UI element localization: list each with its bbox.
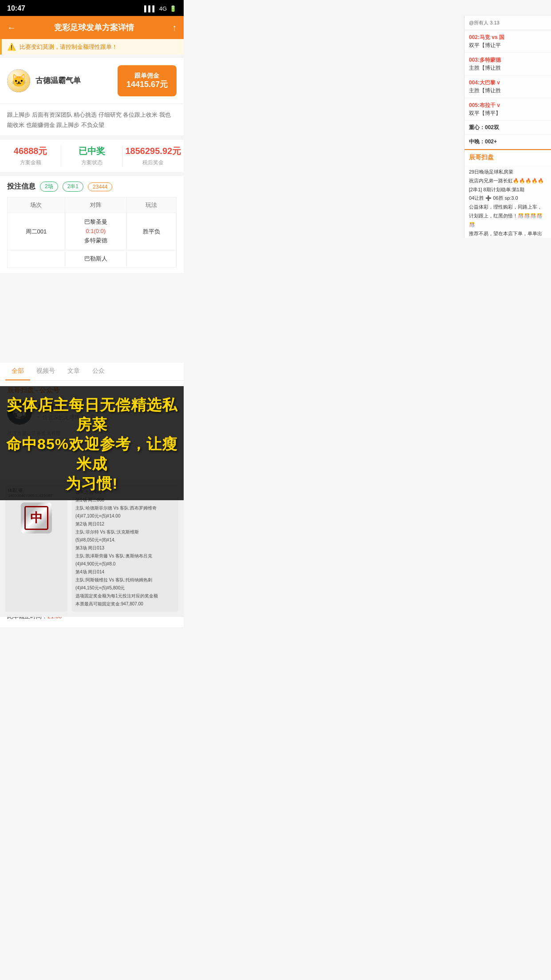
tab-article[interactable]: 文章 [61, 363, 86, 380]
ticket-char: 中 [30, 510, 43, 526]
play-cell: 胜平负 [126, 213, 176, 250]
chen-ge-tabs: 全部 视频号 文章 公众 [0, 363, 184, 381]
status-value: 已中奖 [61, 145, 122, 157]
team-a: 巴黎圣曼 [69, 217, 123, 227]
col-match: 对阵 [65, 198, 126, 213]
ticket-row-4: 第2场 周日012 [75, 520, 175, 528]
tag-amount: 23444 [88, 182, 112, 191]
bio-section: 跟上脚步 后面有资深团队 精心挑选 仔细研究 各位跟上收米 我也能收米 也能赚佣… [0, 104, 184, 136]
network-type: 4G [159, 5, 167, 12]
warning-icon: ⚠️ [7, 43, 16, 51]
status-bar: 10:47 ▌▌▌ 4G 🔋 [0, 0, 184, 16]
ticket-stamp: 中 [21, 502, 52, 533]
ticket-row-3: (4)#7,100元+(5)#14.00 [75, 512, 175, 520]
avatar-emoji: 🐱 [11, 73, 27, 88]
team-b: 多特蒙德 [69, 236, 123, 245]
invest-header: 投注信息 2场 2串1 23444 [7, 182, 177, 192]
profile-name: 古德温霸气单 [35, 75, 81, 86]
ticket-left: 体彩 省 14033040700531622087 中 [5, 485, 67, 612]
avatar: 🐱 [7, 69, 30, 92]
match-details: 巴黎圣曼 0:1(0:0) 多特蒙德 [69, 217, 123, 245]
prize-value: 1856295.92元 [123, 145, 184, 157]
ticket-row-10: 第4场 周日014 [75, 568, 175, 576]
invest-title: 投注信息 [7, 182, 35, 191]
tab-video[interactable]: 视频号 [30, 363, 61, 380]
avatar-image: 🐱 [7, 69, 30, 92]
ticket-row-14: 本票最高可能固定奖金:947,807.00 [75, 600, 175, 608]
page-title: 竞彩足球发单方案详情 [16, 22, 172, 33]
invest-section: 投注信息 2场 2串1 23444 场次 对阵 玩法 周二001 巴黎圣曼 [0, 176, 184, 273]
table-row: 周二001 巴黎圣曼 0:1(0:0) 多特蒙德 胜平负 [8, 213, 177, 250]
ticket-row-11: 主队:阿斯顿维拉 Vs 客队:托特纳姆热刺 [75, 576, 175, 584]
col-round: 场次 [8, 198, 65, 213]
ticket-row-2: 主队:哈德斯菲尔德 Vs 客队:西布罗姆维奇 [75, 504, 175, 512]
play-cell-2 [126, 250, 176, 267]
stat-prize: 1856295.92元 税后奖金 [123, 145, 184, 166]
ticket-row-9: (4)#4,900元+(5)#8.0 [75, 560, 175, 568]
stat-status: 已中奖 方案状态 [61, 145, 122, 166]
match-cell: 巴黎圣曼 0:1(0:0) 多特蒙德 [65, 213, 126, 250]
promo-line2: 命中85%欢迎参考，让瘦米成 [4, 434, 179, 473]
tab-all[interactable]: 全部 [5, 363, 30, 380]
battery-icon: 🔋 [169, 5, 177, 12]
ticket-table-text: 过关方式 4x1 第1场 周二008 主队:哈德斯菲尔德 Vs 客队:西布罗姆维… [75, 488, 175, 608]
ticket-row-5: 主队:菲尔特 Vs 客队:沃克斯维斯 [75, 528, 175, 536]
page-header: ← 竞彩足球发单方案详情 ↑ [0, 16, 184, 39]
tab-public[interactable]: 公众 [86, 363, 111, 380]
promo-line3: 为习惯! [4, 474, 179, 493]
round-cell: 周二001 [8, 213, 65, 250]
tag-rounds: 2场 [40, 182, 58, 192]
signal-bars: ▌▌▌ [144, 5, 157, 12]
promo-line1: 实体店主每日无偿精选私房菜 [4, 395, 179, 434]
share-button[interactable]: ↑ [172, 23, 177, 33]
profile-left: 🐱 古德温霸气单 [7, 69, 81, 92]
tag-combo: 2串1 [63, 182, 83, 192]
ticket-row-13: 选项固定奖金额为每1元投注对应的奖金额 [75, 592, 175, 600]
status-label: 方案状态 [61, 159, 122, 166]
ticket-row-7: 第3场 周日013 [75, 544, 175, 552]
follow-commission-button[interactable]: 跟单佣金 14415.67元 [118, 65, 177, 96]
profile-section: 🐱 古德温霸气单 跟单佣金 14415.67元 [0, 58, 184, 103]
amount-label: 方案金额 [0, 159, 61, 166]
warning-text: 比赛变幻莫测，请控制金额理性跟单！ [20, 43, 118, 51]
match-score: 0:1(0:0) [69, 227, 123, 236]
status-right: ▌▌▌ 4G 🔋 [144, 5, 177, 12]
ticket-stamp-inner: 中 [24, 506, 48, 530]
status-time: 10:47 [7, 4, 25, 12]
ticket-row-6: (5)#8,050元+(8)#14. [75, 536, 175, 544]
follow-label: 跟单佣金 [126, 71, 168, 79]
stats-row: 46888元 方案金额 已中奖 方案状态 1856295.92元 税后奖金 [0, 140, 184, 172]
back-button[interactable]: ← [7, 23, 16, 33]
ticket-row-12: (4)#4,150元+(5)#5,800元 [75, 584, 175, 592]
ticket-row-8: 主队:凯泽斯劳藤 Vs 客队:奥斯纳布吕克 [75, 552, 175, 560]
match-table: 场次 对阵 玩法 周二001 巴黎圣曼 0:1(0:0) 多特蒙德 胜平负 [7, 197, 177, 267]
round-cell-2 [8, 250, 65, 267]
col-play: 玩法 [126, 198, 176, 213]
warning-banner: ⚠️ 比赛变幻莫测，请控制金额理性跟单！ [0, 39, 184, 55]
prize-label: 税后奖金 [123, 159, 184, 166]
commission-amount: 14415.67元 [126, 79, 168, 90]
table-row: 巴勒斯人 [8, 250, 177, 267]
promo-overlay: 实体店主每日无偿精选私房菜 命中85%欢迎参考，让瘦米成 为习惯! [0, 386, 184, 500]
match-cell-2: 巴勒斯人 [65, 250, 126, 267]
ticket-right: 过关方式 4x1 第1场 周二008 主队:哈德斯菲尔德 Vs 客队:西布罗姆维… [72, 485, 178, 612]
amount-value: 46888元 [0, 145, 61, 157]
stat-amount: 46888元 方案金额 [0, 145, 61, 166]
bio-text: 跟上脚步 后面有资深团队 精心挑选 仔细研究 各位跟上收米 我也能收米 也能赚佣… [7, 111, 171, 128]
